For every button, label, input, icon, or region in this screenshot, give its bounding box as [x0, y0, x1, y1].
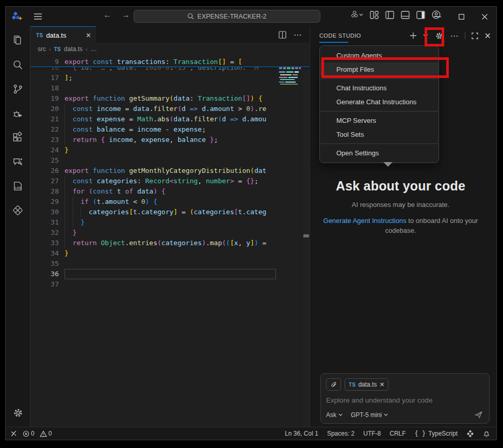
- extensions-icon[interactable]: [8, 127, 28, 147]
- output-log-icon[interactable]: LOG: [8, 176, 28, 196]
- run-and-debug-icon[interactable]: [8, 103, 28, 123]
- code-line[interactable]: 9export const transactions: Transaction[…: [30, 57, 310, 67]
- cursor-position[interactable]: Ln 36, Col 1: [285, 430, 318, 437]
- code-line[interactable]: 16 { id: '…', date: '2020-01-15', descri…: [30, 67, 310, 73]
- typescript-file-icon: TS: [349, 382, 355, 388]
- line-number: 32: [30, 228, 64, 238]
- explorer-icon[interactable]: [8, 30, 28, 50]
- code-line[interactable]: 26export function getMonthlyCategoryDist…: [30, 166, 310, 176]
- code-line[interactable]: 21 const expense = Math.abs(data.filter(…: [30, 114, 310, 124]
- breadcrumb-more[interactable]: …: [91, 45, 97, 53]
- chat-input-box[interactable]: TS data.ts ✕ Explore and understand your…: [320, 373, 490, 424]
- close-window-button[interactable]: [473, 7, 496, 26]
- panel-more-actions-icon[interactable]: ⋯: [450, 31, 459, 41]
- code-line[interactable]: 34}: [30, 248, 310, 259]
- model-picker[interactable]: GPT-5 mini: [351, 411, 388, 419]
- attached-file-chip[interactable]: TS data.ts ✕: [345, 378, 388, 391]
- toggle-primary-sidebar-icon[interactable]: [385, 11, 394, 19]
- settings-gear-icon[interactable]: [8, 403, 28, 423]
- tab-close-icon[interactable]: ✕: [86, 31, 91, 39]
- visual-studio-icon[interactable]: [8, 200, 28, 220]
- language-mode[interactable]: { }TypeScript: [415, 430, 458, 437]
- code-line[interactable]: 29 if (t.amount < 0) {: [30, 197, 310, 207]
- menu-separator: [320, 111, 438, 111]
- code-line[interactable]: 19export function getSummary(data: Trans…: [30, 93, 310, 104]
- typescript-file-icon: TS: [36, 33, 43, 38]
- breadcrumb[interactable]: src › TS data.ts › …: [30, 43, 310, 55]
- extension-status-icon[interactable]: [466, 430, 474, 438]
- svg-text:LOG: LOG: [15, 186, 22, 189]
- code-line[interactable]: 27 const categories: Record<string, numb…: [30, 176, 310, 186]
- generate-agent-instructions-link[interactable]: Generate Agent Instructions: [323, 217, 407, 225]
- line-number: 24: [30, 145, 64, 155]
- remove-attachment-icon[interactable]: ✕: [379, 381, 384, 388]
- code-line[interactable]: 30 categories[t.category] = (categories[…: [30, 207, 310, 217]
- code-line[interactable]: 25: [30, 155, 310, 166]
- code-line[interactable]: 17];: [30, 73, 310, 83]
- extension-menu-icon[interactable]: [351, 11, 363, 19]
- code-editor[interactable]: 9export const transactions: Transaction[…: [30, 55, 310, 427]
- code-line[interactable]: 35: [30, 259, 310, 269]
- line-number: 18: [30, 83, 64, 93]
- code-line[interactable]: 32 }: [30, 228, 310, 238]
- code-line[interactable]: 20 const income = data.filter(d => d.amo…: [30, 104, 310, 114]
- close-panel-icon[interactable]: ✕: [484, 31, 491, 41]
- toggle-secondary-sidebar-icon[interactable]: [416, 11, 425, 19]
- menu-item-chat-instructions[interactable]: Chat Instructions: [320, 81, 439, 95]
- eol-sequence[interactable]: CRLF: [390, 430, 405, 437]
- chat-sparkle-icon[interactable]: [8, 152, 28, 171]
- typescript-file-icon: TS: [54, 46, 61, 52]
- new-chat-icon[interactable]: [410, 32, 417, 39]
- chat-input-placeholder[interactable]: Explore and understand your code: [326, 396, 484, 404]
- split-editor-icon[interactable]: [279, 31, 286, 39]
- code-line[interactable]: 18: [30, 83, 310, 93]
- source-control-icon[interactable]: [8, 79, 28, 99]
- menu-item-generate-chat-instructions[interactable]: Generate Chat Instructions: [320, 95, 439, 109]
- line-number: 29: [30, 197, 64, 207]
- menu-item-tool-sets[interactable]: Tool Sets: [320, 127, 439, 141]
- forward-arrow-icon[interactable]: →: [120, 10, 132, 20]
- notifications-bell-icon[interactable]: [483, 430, 490, 438]
- code-line[interactable]: 23 return { income, expense, balance };: [30, 135, 310, 145]
- code-line[interactable]: 36: [30, 269, 310, 279]
- code-studio-panel: CODE STUDIO ⋯ ✕ Custom AgentsPrompt File…: [310, 26, 496, 427]
- indentation[interactable]: Spaces: 2: [327, 430, 354, 437]
- remote-indicator-icon[interactable]: [10, 430, 18, 437]
- problems-errors[interactable]: 0: [23, 430, 35, 437]
- code-line[interactable]: 22 const balance = income - expense;: [30, 124, 310, 135]
- line-number: 22: [30, 124, 64, 135]
- send-icon[interactable]: [474, 410, 483, 419]
- toggle-panel-icon[interactable]: [401, 11, 410, 19]
- maximize-panel-icon[interactable]: [472, 33, 478, 39]
- tab-data-ts[interactable]: TS data.ts ✕: [30, 26, 96, 43]
- status-bar: 0 0 Ln 36, Col 1 Spaces: 2 UTF-8 CRLF { …: [6, 427, 496, 440]
- back-arrow-icon[interactable]: ←: [102, 10, 113, 20]
- mode-picker[interactable]: Ask: [326, 411, 343, 419]
- encoding[interactable]: UTF-8: [363, 430, 381, 437]
- breadcrumb-src[interactable]: src: [38, 45, 46, 53]
- editor-scrollbar[interactable]: [303, 55, 310, 427]
- chevron-right-icon: ›: [86, 46, 88, 52]
- code-line[interactable]: 31 }: [30, 217, 310, 228]
- editor-more-actions-icon[interactable]: ⋯: [294, 30, 302, 40]
- attach-context-button[interactable]: [326, 378, 341, 391]
- search-icon[interactable]: [8, 55, 28, 74]
- code-line[interactable]: 28 for (const t of data) {: [30, 186, 310, 197]
- code-line[interactable]: 33 return Object.entries(categories).map…: [30, 238, 310, 248]
- customize-layout-icon[interactable]: [370, 11, 379, 19]
- chevron-down-icon: [338, 413, 343, 417]
- menu-item-mcp-servers[interactable]: MCP Servers: [320, 114, 439, 127]
- problems-warnings[interactable]: 0: [40, 430, 52, 437]
- maximize-button[interactable]: [450, 7, 473, 26]
- warning-icon: [40, 430, 47, 437]
- menu-hamburger-icon[interactable]: [31, 11, 44, 22]
- code-line[interactable]: 37: [30, 279, 310, 290]
- breadcrumb-file[interactable]: data.ts: [64, 45, 83, 53]
- menu-item-open-settings[interactable]: Open Settings: [320, 146, 439, 160]
- minimize-button[interactable]: [427, 7, 450, 26]
- title-bar: ← → EXPENSE-TRACKER-2: [6, 7, 496, 26]
- command-center-search[interactable]: EXPENSE-TRACKER-2: [134, 10, 320, 23]
- code-line[interactable]: 24}: [30, 145, 310, 155]
- scrollbar-thumb[interactable]: [303, 234, 309, 237]
- workspace-name: EXPENSE-TRACKER-2: [197, 13, 266, 20]
